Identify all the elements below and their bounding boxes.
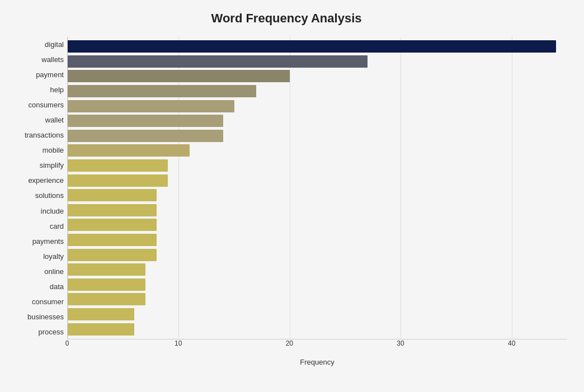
y-label: card (6, 219, 64, 234)
bar (68, 249, 157, 261)
bar (68, 204, 157, 216)
y-label: transactions (6, 127, 64, 143)
bar-row (68, 233, 567, 248)
bars-container (68, 37, 567, 339)
bar-row (68, 322, 567, 337)
bar-row (68, 262, 567, 277)
y-label: consumer (6, 294, 64, 309)
bar (68, 293, 145, 305)
y-label: mobile (6, 143, 64, 158)
bar (68, 308, 134, 320)
bar-row (68, 98, 567, 114)
bar-row (68, 307, 567, 322)
y-label: digital (6, 37, 64, 52)
bar-row (68, 203, 567, 218)
bar-row (68, 173, 567, 188)
x-tick: 10 (175, 339, 182, 347)
bar-row (68, 188, 567, 203)
bar (68, 323, 134, 336)
plot-area (67, 37, 567, 339)
y-label: wallet (6, 112, 64, 127)
bar-row (68, 129, 567, 144)
y-label: payment (6, 67, 64, 82)
bar (68, 159, 168, 172)
bar (68, 40, 556, 53)
bar-row (68, 84, 567, 99)
bar (68, 234, 157, 246)
x-tick: 0 (65, 339, 69, 347)
y-label: help (6, 82, 64, 97)
x-tick: 40 (508, 339, 515, 347)
x-axis-title: Frequency (67, 358, 567, 366)
bar-row (68, 143, 567, 158)
chart-area: digitalwalletspaymenthelpconsumerswallet… (6, 37, 567, 339)
chart-container: Word Frequency Analysis digitalwalletspa… (0, 0, 584, 392)
bar-row (68, 158, 567, 173)
y-label: consumers (6, 97, 64, 112)
y-axis: digitalwalletspaymenthelpconsumerswallet… (6, 37, 67, 339)
y-label: data (6, 279, 64, 294)
bar (68, 70, 290, 82)
bar (68, 85, 256, 97)
bar (68, 189, 157, 201)
bar-row (68, 277, 567, 292)
y-label: businesses (6, 309, 64, 324)
bar-row (68, 218, 567, 233)
bar (68, 115, 223, 127)
y-label: simplify (6, 158, 64, 173)
y-label: solutions (6, 188, 64, 203)
bar-row (68, 292, 567, 307)
y-label: loyalty (6, 249, 64, 264)
y-label: experience (6, 173, 64, 188)
bar (68, 278, 145, 291)
bar-row (68, 114, 567, 129)
bottom-area: 010203040 Frequency (67, 339, 567, 362)
bar (68, 100, 234, 112)
x-tick: 20 (286, 339, 293, 347)
bar-row (68, 247, 567, 262)
bar (68, 55, 368, 68)
bar-row (68, 54, 567, 69)
y-label: online (6, 264, 64, 279)
chart-title: Word Frequency Analysis (6, 11, 567, 26)
bar-row (68, 39, 567, 54)
y-label: include (6, 204, 64, 219)
x-tick: 30 (397, 339, 404, 347)
bar (68, 174, 168, 187)
y-label: process (6, 324, 64, 339)
bar (68, 130, 223, 142)
y-label: payments (6, 234, 64, 249)
y-label: wallets (6, 52, 64, 67)
bar (68, 219, 157, 231)
bar-row (68, 69, 567, 84)
bar (68, 263, 145, 276)
bar (68, 144, 190, 157)
